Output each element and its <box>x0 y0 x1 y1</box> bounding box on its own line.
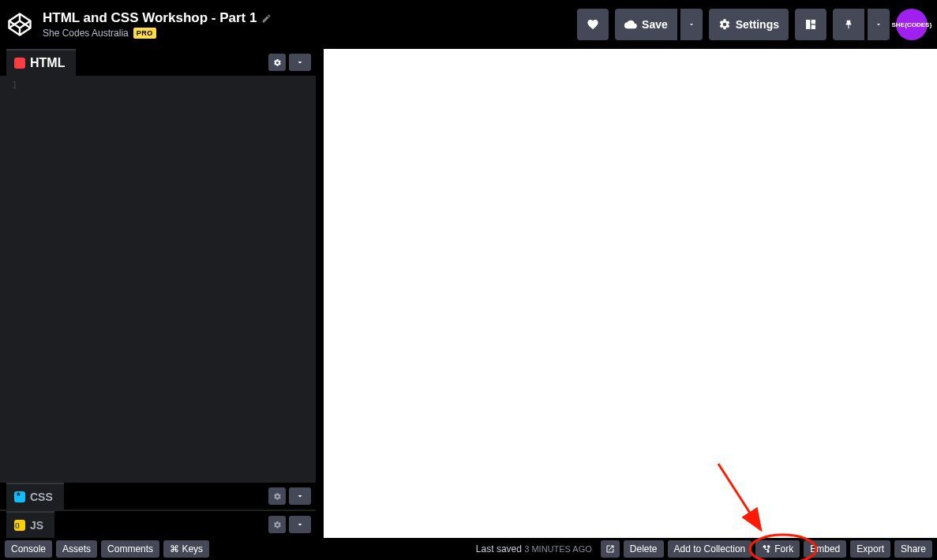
keys-button[interactable]: ⌘ Keys <box>163 540 209 558</box>
svg-rect-2 <box>811 25 815 29</box>
html-expand-icon[interactable] <box>289 54 311 71</box>
open-new-window-icon[interactable] <box>601 540 620 558</box>
edit-title-icon[interactable] <box>261 13 272 24</box>
html-panel-header: HTML <box>0 49 316 76</box>
pin-button[interactable] <box>833 9 864 40</box>
editors-column: HTML 1 CSS <box>0 49 324 538</box>
share-button[interactable]: Share <box>894 540 932 558</box>
delete-button[interactable]: Delete <box>624 540 664 558</box>
add-collection-button[interactable]: Add to Collection <box>668 540 752 558</box>
pen-title: HTML and CSS Workshop - Part 1 <box>43 10 257 26</box>
last-saved: Last saved 3 MINUTES AGO <box>476 543 592 554</box>
js-tab[interactable]: JS <box>6 511 54 538</box>
assets-button[interactable]: Assets <box>56 540 97 558</box>
js-panel-header: JS <box>0 511 316 538</box>
line-number: 1 <box>0 76 24 91</box>
js-expand-icon[interactable] <box>289 516 311 533</box>
svg-rect-0 <box>806 20 810 29</box>
avatar[interactable]: SHE{CODES} <box>896 9 928 40</box>
codepen-logo[interactable] <box>8 13 32 36</box>
embed-button[interactable]: Embed <box>804 540 846 558</box>
js-icon <box>14 520 25 531</box>
save-button[interactable]: Save <box>615 9 677 40</box>
save-dropdown[interactable] <box>680 9 703 40</box>
css-panel-header: CSS <box>0 483 316 510</box>
main: HTML 1 CSS <box>0 49 937 538</box>
export-button[interactable]: Export <box>850 540 890 558</box>
css-expand-icon[interactable] <box>289 487 311 505</box>
comments-button[interactable]: Comments <box>101 540 159 558</box>
js-settings-icon[interactable] <box>268 516 286 533</box>
title-area: HTML and CSS Workshop - Part 1 She Codes… <box>43 10 569 39</box>
console-button[interactable]: Console <box>5 540 52 558</box>
html-settings-icon[interactable] <box>268 54 286 71</box>
html-editor[interactable]: 1 <box>0 76 316 481</box>
settings-button[interactable]: Settings <box>709 9 789 40</box>
html-icon <box>14 58 25 69</box>
pen-author[interactable]: She Codes Australia <box>43 28 129 39</box>
header: HTML and CSS Workshop - Part 1 She Codes… <box>0 0 937 49</box>
html-tab[interactable]: HTML <box>6 49 76 76</box>
footer: Console Assets Comments ⌘ Keys Last save… <box>0 538 937 560</box>
css-tab[interactable]: CSS <box>6 483 64 510</box>
pro-badge: PRO <box>133 28 156 39</box>
preview-pane[interactable] <box>324 49 937 538</box>
pin-dropdown[interactable] <box>868 9 890 40</box>
fork-button[interactable]: Fork <box>755 540 800 558</box>
css-icon <box>14 491 25 502</box>
heart-button[interactable] <box>577 9 609 40</box>
svg-rect-1 <box>811 20 815 24</box>
css-settings-icon[interactable] <box>268 487 286 505</box>
layout-button[interactable] <box>795 9 826 40</box>
